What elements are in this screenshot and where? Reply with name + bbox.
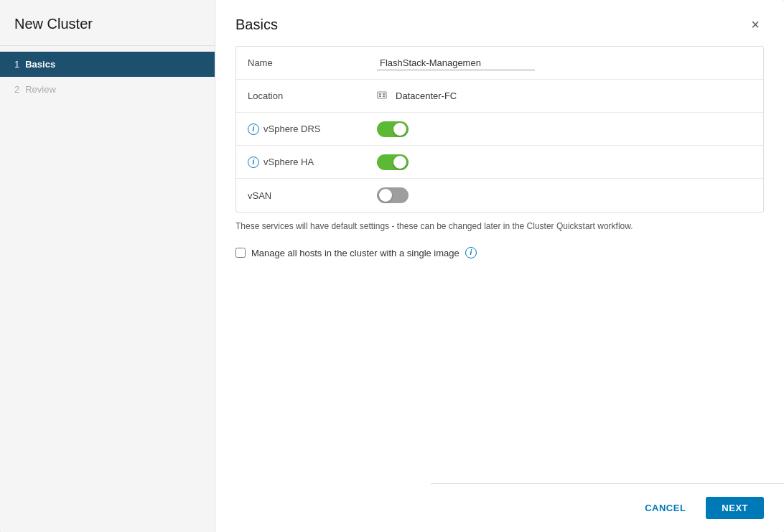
sidebar-steps: 1 Basics 2 Review xyxy=(0,52,215,102)
svg-rect-0 xyxy=(378,92,386,98)
form-row-vsphere-ha: i vSphere HA xyxy=(236,146,763,179)
checkbox-single-image-label[interactable]: Manage all hosts in the cluster with a s… xyxy=(251,248,459,258)
svg-rect-4 xyxy=(383,95,385,97)
new-cluster-dialog: New Cluster 1 Basics 2 Review Basics × N… xyxy=(0,0,784,532)
form-row-vsphere-drs: i vSphere DRS xyxy=(236,113,763,146)
name-input[interactable] xyxy=(377,56,535,70)
value-vsphere-ha xyxy=(365,147,763,177)
svg-rect-1 xyxy=(379,93,381,95)
main-header: Basics × xyxy=(215,0,784,46)
footer: CANCEL NEXT xyxy=(431,483,784,532)
cancel-button[interactable]: CANCEL xyxy=(633,497,697,519)
info-icon-single-image[interactable]: i xyxy=(465,247,477,258)
label-vsphere-ha: i vSphere HA xyxy=(236,148,365,177)
close-button[interactable]: × xyxy=(747,16,764,33)
sidebar-title: New Cluster xyxy=(0,0,215,46)
svg-rect-3 xyxy=(379,95,381,97)
label-vsphere-drs: i vSphere DRS xyxy=(236,115,365,144)
form-table: Name Location xyxy=(235,46,764,213)
form-row-location: Location Datacenter-FC xyxy=(236,80,763,113)
label-vsan: vSAN xyxy=(236,182,365,210)
sidebar-step-review[interactable]: 2 Review xyxy=(0,77,215,102)
form-container: Name Location xyxy=(215,46,784,532)
step-label-review: Review xyxy=(25,84,56,95)
checkbox-single-image[interactable] xyxy=(235,248,246,258)
info-icon-drs[interactable]: i xyxy=(248,123,259,135)
step-number-2: 2 xyxy=(14,84,19,95)
label-location: Location xyxy=(236,82,365,110)
value-name xyxy=(365,49,763,78)
form-row-name: Name xyxy=(236,47,763,80)
next-button[interactable]: NEXT xyxy=(706,497,764,519)
toggle-vsan[interactable] xyxy=(377,187,409,203)
location-value: Datacenter-FC xyxy=(396,90,457,101)
sidebar-step-basics[interactable]: 1 Basics xyxy=(0,52,215,77)
help-text: These services will have default setting… xyxy=(235,213,764,244)
label-name: Name xyxy=(236,49,365,77)
svg-rect-2 xyxy=(383,93,385,95)
main-content: Basics × Name Location xyxy=(215,0,784,532)
datacenter-icon xyxy=(377,90,387,102)
info-icon-ha[interactable]: i xyxy=(248,157,259,168)
step-number-1: 1 xyxy=(14,59,19,70)
form-row-vsan: vSAN xyxy=(236,179,763,212)
value-vsphere-drs xyxy=(365,114,763,144)
checkbox-row-single-image: Manage all hosts in the cluster with a s… xyxy=(235,244,764,261)
step-label-basics: Basics xyxy=(25,59,55,70)
sidebar: New Cluster 1 Basics 2 Review xyxy=(0,0,215,532)
value-vsan xyxy=(365,180,763,210)
section-title: Basics xyxy=(235,17,278,33)
toggle-vsphere-ha[interactable] xyxy=(377,154,409,170)
value-location: Datacenter-FC xyxy=(365,83,763,109)
toggle-vsphere-drs[interactable] xyxy=(377,121,409,137)
